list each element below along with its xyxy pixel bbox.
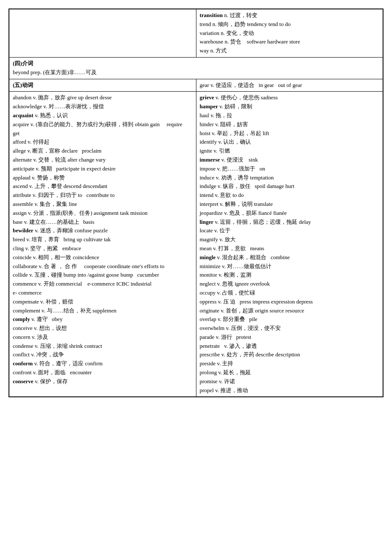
item-bewilder: bewilder v. 迷惑，弄糊涂 confuse puzzle [13,226,193,235]
section5-header-right: gear v. 使适应，使适合 in gear out of gear [196,79,383,92]
item-conflict: conflict v. 冲突，战争 [13,350,193,359]
section4-content: beyond prep. (在某方面)非……可及 [13,68,379,77]
warehouse-line: warehouse n. 货仓 software hardware store [200,38,380,46]
item-attribute: attribute v. 归因于，归功于 to contribute to [13,191,193,200]
section5-right-col: grieve v. 使伤心，使悲伤 sadness hamper v. 妨碍，限… [196,92,383,397]
item-mingle: mingle v. 混合起来，相混合 combine [200,253,380,262]
transition-line: transition n. 过渡，转变 [200,11,380,20]
item-acquire: acquire v. (靠自己的能力、努力或行为)获得，得到 obtain ga… [13,120,193,138]
item-monitor: monitor v. 检测，监测 [200,271,380,280]
item-acknowledge: acknowledge v. 对……表示谢忱，报偿 [13,102,193,111]
item-afford: afford v. 付得起 [13,138,193,147]
section5-left-col: abandon v. 抛弃，放弃 give up desert desse ac… [9,92,196,397]
item-ascend: ascend v. 上升，攀登 descend descendant [13,182,193,191]
item-immerse: immerse v. 使浸没 sink [200,156,380,165]
section4-header: (四)介词 [13,59,379,68]
item-ignite: ignite v. 引燃 [200,147,380,156]
item-compensate: compensate v. 补偿，赔偿 [13,298,193,306]
page-container: transition n. 过渡，转变 trend n. 倾向，趋势 tende… [9,9,383,397]
item-parade: parade v. 游行 protest [200,333,380,342]
item-concern: concern v. 涉及 [13,333,193,342]
item-haul: haul v. 拖，拉 [200,111,380,120]
item-oppress: oppress v. 压 迫 press impress expression … [200,298,380,306]
item-conform: conform v. 符合，遵守，适应 confirm [13,359,193,368]
item-prescribe: prescribe v. 处方，开药 describe description [200,350,380,359]
item-anticipate: anticipate v. 预期 participate in expect d… [13,165,193,173]
item-ecommerce: e- commerce [13,289,193,298]
item-applaud: applaud v. 赞扬，称赞 [13,173,193,182]
variation-line: variation n. 变化，变动 [200,29,380,38]
item-collaborate: collaborate v. 合 著 ， 合 作 cooperate coord… [13,262,193,271]
section5-header-row: (五)动词 gear v. 使适应，使适合 in gear out of gea… [9,79,383,92]
item-interpret: interpret v. 解释，说明 translate [200,200,380,209]
section5-content-row: abandon v. 抛弃，放弃 give up desert desse ac… [9,92,383,397]
item-assemble: assemble v. 集合，聚集 line [13,200,193,209]
item-coincide: coincide v. 相同，相一致 coincidence [13,253,193,262]
item-indulge: indulge v. 纵容，放任 spoil damage hurt [200,182,380,191]
item-preside: preside v. 主持 [200,359,380,368]
item-minimize: minimize v. 对……做最低估计 [200,262,380,271]
item-cling: cling v. 坚守，抱紧 embrace [13,244,193,253]
item-magnify: magnify v. 放大 [200,235,380,244]
item-prolong: prolong v. 延长，拖延 [200,368,380,377]
item-linger: linger v. 逗留，徘徊，留恋；迟缓，拖延 delay [200,218,380,227]
item-identify: identify v. 认出，确认 [200,138,380,147]
main-table: transition n. 过渡，转变 trend n. 倾向，趋势 tende… [9,9,383,397]
item-promise: promise v. 许诺 [200,377,380,386]
item-overlap: overlap v. 部分重叠 pile [200,315,380,324]
item-acquaint: acquaint v. 熟悉，认识 [13,111,193,120]
item-occupy: occupy v. 占领，使忙碌 [200,289,380,298]
top-row: transition n. 过渡，转变 trend n. 倾向，趋势 tende… [9,9,383,58]
item-comply: comply v. 遵守 obey [13,315,193,324]
item-abandon: abandon v. 抛弃，放弃 give up desert desse [13,93,193,102]
item-alternate: alternate v. 交替，轮流 alter change vary [13,156,193,165]
item-base: base v. 建立在……的基础上 basis [13,218,193,227]
item-hinder: hinder v. 阻碍，妨害 [200,120,380,129]
item-overwhelm: overwhelm v. 压倒，浸没，使不安 [200,324,380,333]
item-assign: assign v. 分派，指派(职务、任务) assignment task m… [13,209,193,218]
section5-header: (五)动词 [13,82,33,88]
section5-header-left: (五)动词 [9,79,196,92]
section4-row: (四)介词 beyond prep. (在某方面)非……可及 [9,57,383,79]
item-confront: confront v. 面对，面临 encounter [13,368,193,377]
item-intend: intend v. 意欲 to do [200,191,380,200]
item-mean: mean v. 打算，意欲 means [200,244,380,253]
item-collide: collide v. 互撞，碰撞 bump into /against goos… [13,271,193,280]
item-propel: propel v. 推进，推动 [200,386,380,395]
item-impose: impose v. 把……强加于 on [200,165,380,173]
item-condense: condense v. 压缩，浓缩 shrink contract [13,342,193,351]
item-locate: locate v. 位于 [200,226,380,235]
item-induce: induce v. 劝诱，诱导 temptation [200,173,380,182]
item-penetrate: penetrate v. 渗入，渗透 [200,342,380,351]
top-right-content: transition n. 过渡，转变 trend n. 倾向，趋势 tende… [196,9,383,58]
item-hoist: hoist v. 举起，升起，吊起 lift [200,129,380,138]
item-hamper: hamper v. 妨碍，限制 [200,102,380,111]
item-jeopardize: jeopardize v. 危及，损坏 fiancé fianée [200,209,380,218]
item-originate: originate v. 首创，起源 origin source resourc… [200,306,380,315]
trend-line: trend n. 倾向，趋势 tendency tend to do [200,20,380,29]
item-conserve: conserve v. 保护，保存 [13,377,193,386]
item-complement: complement v. 与……结合，补充 supplemen [13,306,193,315]
item-neglect: neglect v. 忽视 ignore overlook [200,280,380,289]
top-left-empty [9,9,196,58]
item-commence: commence v. 开始 commercial e-commerce ICB… [13,280,193,289]
item-breed: breed v. 培育，养育 bring up cultivate tak [13,235,193,244]
item-grieve: grieve v. 使伤心，使悲伤 sadness [200,93,380,102]
item-conceive: conceive v. 想出，设想 [13,324,193,333]
item-allege: allege v. 断言，宣称 declare proclaim [13,147,193,156]
way-line: way n. 方式 [200,46,380,55]
section4-cell: (四)介词 beyond prep. (在某方面)非……可及 [9,57,383,79]
